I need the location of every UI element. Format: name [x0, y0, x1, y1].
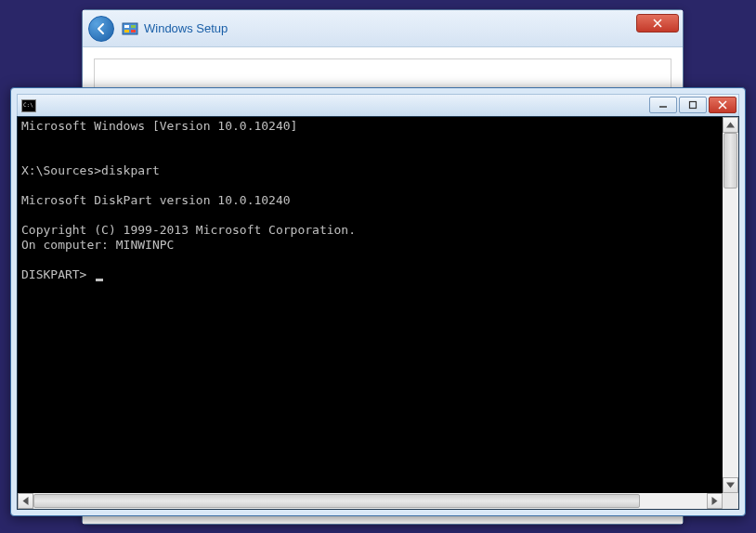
- scroll-up-button[interactable]: [723, 117, 738, 133]
- cmd-prompt: DISKPART>: [21, 267, 94, 281]
- cmd-line: Microsoft DiskPart version 10.0.10240: [21, 193, 291, 207]
- scroll-right-button[interactable]: [707, 493, 723, 509]
- svg-rect-2: [131, 25, 136, 28]
- cmd-line: X:\Sources>diskpart: [21, 163, 160, 177]
- chevron-left-icon: [19, 494, 33, 508]
- scroll-left-button[interactable]: [18, 493, 33, 509]
- minimize-button[interactable]: [649, 97, 677, 113]
- cmd-line: Copyright (C) 1999-2013 Microsoft Corpor…: [21, 223, 356, 237]
- scrollbar-track-h[interactable]: [33, 493, 707, 509]
- scrollbar-track[interactable]: [723, 133, 738, 477]
- maximize-button[interactable]: [679, 97, 707, 113]
- chevron-up-icon: [723, 118, 737, 132]
- setup-icon: [122, 20, 138, 37]
- horizontal-scrollbar[interactable]: [18, 493, 723, 509]
- minimize-icon: [658, 100, 668, 110]
- setup-title: Windows Setup: [144, 21, 228, 35]
- close-icon: [718, 100, 727, 110]
- scrollbar-thumb[interactable]: [723, 133, 737, 188]
- scrollbar-corner: [723, 493, 738, 509]
- svg-rect-1: [124, 25, 129, 28]
- cmd-icon: [21, 99, 36, 112]
- cmd-output: Microsoft Windows [Version 10.0.10240] X…: [21, 119, 720, 282]
- cmd-line: Microsoft Windows [Version 10.0.10240]: [21, 119, 297, 133]
- svg-rect-4: [131, 30, 136, 32]
- chevron-down-icon: [723, 478, 737, 492]
- vertical-scrollbar[interactable]: [723, 117, 738, 493]
- command-prompt-window: Microsoft Windows [Version 10.0.10240] X…: [10, 87, 746, 516]
- setup-close-button[interactable]: [636, 14, 679, 32]
- chevron-right-icon: [708, 494, 722, 508]
- scrollbar-thumb-h[interactable]: [33, 494, 640, 508]
- cmd-titlebar[interactable]: [17, 94, 739, 116]
- cmd-body[interactable]: Microsoft Windows [Version 10.0.10240] X…: [17, 116, 739, 510]
- svg-rect-6: [690, 102, 697, 109]
- cmd-close-button[interactable]: [709, 97, 736, 113]
- maximize-icon: [688, 100, 697, 110]
- setup-titlebar: Windows Setup: [83, 10, 683, 47]
- window-controls: [649, 97, 736, 113]
- svg-rect-3: [124, 30, 129, 32]
- cmd-line: On computer: MINWINPC: [21, 238, 174, 252]
- svg-rect-0: [123, 23, 137, 34]
- back-arrow-icon: [94, 21, 109, 36]
- cursor: [96, 279, 103, 281]
- scroll-down-button[interactable]: [723, 477, 738, 493]
- close-icon: [653, 19, 662, 28]
- back-button[interactable]: [88, 16, 114, 42]
